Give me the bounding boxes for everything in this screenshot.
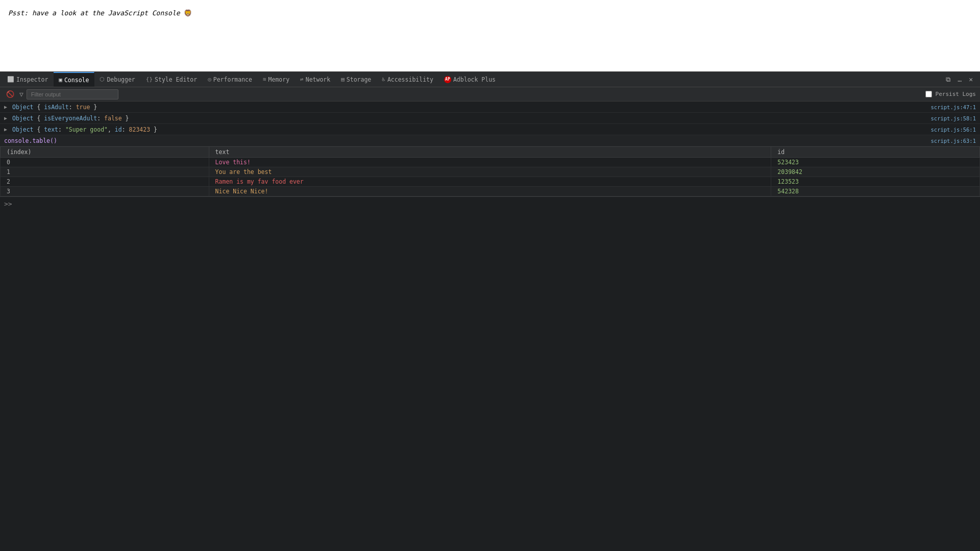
console-line-2: ▶ Object { isEveryoneAdult: false } scri… bbox=[0, 113, 980, 124]
tab-accessibility-label: Accessibility bbox=[387, 76, 433, 83]
tab-bar-controls: ⧉ … ✕ bbox=[944, 74, 978, 85]
table-cell-index-1: 1 bbox=[1, 167, 209, 177]
page-message-emoji: 🦁 bbox=[184, 9, 192, 17]
expand-arrow-3[interactable]: ▶ bbox=[4, 127, 7, 132]
table-row: 1You are the best2039842 bbox=[1, 167, 980, 177]
table-cell-id-1: 2039842 bbox=[771, 167, 980, 177]
tab-console[interactable]: ▣ Console bbox=[54, 72, 94, 87]
obj-prefix-2: Object bbox=[12, 115, 34, 122]
persist-logs-checkbox[interactable] bbox=[925, 91, 932, 97]
tab-inspector[interactable]: ⬜ Inspector bbox=[2, 72, 54, 87]
expand-arrow-2[interactable]: ▶ bbox=[4, 115, 7, 121]
tab-performance[interactable]: ◎ Performance bbox=[203, 72, 258, 87]
console-line-1: ▶ Object { isAdult: true } script.js:47:… bbox=[0, 102, 980, 113]
filter-input[interactable] bbox=[27, 89, 118, 99]
devtools-tab-bar: ⬜ Inspector ▣ Console ⬡ Debugger {} Styl… bbox=[0, 72, 980, 87]
tab-style-editor[interactable]: {} Style Editor bbox=[141, 72, 203, 87]
table-col-index: (index) bbox=[1, 147, 209, 158]
adblock-icon: AP bbox=[444, 76, 451, 83]
table-row: 2Ramen is my fav food ever123523 bbox=[1, 177, 980, 187]
page-message: Psst: have a look at the JavaScript Cons… bbox=[8, 9, 192, 17]
tab-memory[interactable]: ≋ Memory bbox=[258, 72, 295, 87]
style-editor-icon: {} bbox=[146, 76, 153, 83]
console-line-3-content: Object { text: "Super good", id: 823423 … bbox=[12, 126, 926, 133]
memory-icon: ≋ bbox=[263, 76, 266, 83]
accessibility-icon: ♿ bbox=[382, 76, 385, 83]
filter-icon: ▽ bbox=[19, 90, 23, 98]
table-cell-text-3: Nice Nice Nice! bbox=[209, 187, 771, 196]
table-cell-id-0: 523423 bbox=[771, 158, 980, 167]
console-line-3-file[interactable]: script.js:56:1 bbox=[926, 127, 976, 133]
console-line-2-file[interactable]: script.js:58:1 bbox=[926, 115, 976, 121]
table-col-id: id bbox=[771, 147, 980, 158]
toolbar-left: 🚫 ▽ bbox=[4, 89, 118, 99]
clear-console-button[interactable]: 🚫 bbox=[4, 89, 16, 99]
table-cell-text-2: Ramen is my fav food ever bbox=[209, 177, 771, 187]
table-col-text: text bbox=[209, 147, 771, 158]
table-cell-text-1: You are the best bbox=[209, 167, 771, 177]
inspector-icon: ⬜ bbox=[7, 76, 14, 83]
console-table-body: 0Love this!5234231You are the best203984… bbox=[1, 158, 980, 196]
console-line-2-content: Object { isEveryoneAdult: false } bbox=[12, 115, 926, 122]
table-cell-id-3: 542328 bbox=[771, 187, 980, 196]
storage-icon: ▤ bbox=[341, 76, 345, 83]
table-cell-id-2: 123523 bbox=[771, 177, 980, 187]
table-cell-text-0: Love this! bbox=[209, 158, 771, 167]
tab-performance-label: Performance bbox=[213, 76, 252, 83]
table-cell-index-2: 2 bbox=[1, 177, 209, 187]
console-table: (index) text id 0Love this!5234231You ar… bbox=[0, 146, 980, 196]
tab-memory-label: Memory bbox=[268, 76, 290, 83]
console-icon: ▣ bbox=[59, 77, 62, 83]
obj-prefix-3: Object bbox=[12, 126, 34, 133]
table-cell-index-0: 0 bbox=[1, 158, 209, 167]
obj-prefix-1: Object bbox=[12, 104, 34, 111]
tab-storage-label: Storage bbox=[347, 76, 371, 83]
tab-adblock[interactable]: AP Adblock Plus bbox=[439, 72, 501, 87]
console-input-line: >> bbox=[0, 196, 980, 211]
tab-inspector-label: Inspector bbox=[16, 76, 48, 83]
console-table-call-file[interactable]: script.js:63:1 bbox=[930, 138, 976, 144]
tab-accessibility[interactable]: ♿ Accessibility bbox=[377, 72, 439, 87]
console-line-1-content: Object { isAdult: true } bbox=[12, 104, 926, 111]
persist-logs-text: Persist Logs bbox=[936, 91, 976, 97]
table-header-row: (index) text id bbox=[1, 147, 980, 158]
persist-logs-label[interactable]: Persist Logs bbox=[925, 91, 976, 97]
tab-network-label: Network bbox=[306, 76, 330, 83]
network-icon: ⇌ bbox=[300, 76, 304, 83]
tab-debugger[interactable]: ⬡ Debugger bbox=[94, 72, 140, 87]
console-line-1-file[interactable]: script.js:47:1 bbox=[926, 104, 976, 110]
console-output: ▶ Object { isAdult: true } script.js:47:… bbox=[0, 102, 980, 551]
page-message-text: Psst: have a look at the JavaScript Cons… bbox=[8, 9, 180, 17]
expand-arrow-1[interactable]: ▶ bbox=[4, 104, 7, 110]
console-toolbar: 🚫 ▽ Persist Logs bbox=[0, 87, 980, 102]
table-row: 3Nice Nice Nice!542328 bbox=[1, 187, 980, 196]
performance-icon: ◎ bbox=[208, 76, 211, 83]
close-devtools-button[interactable]: ✕ bbox=[967, 74, 975, 84]
devtools-panel: ⬜ Inspector ▣ Console ⬡ Debugger {} Styl… bbox=[0, 71, 980, 551]
more-tools-button[interactable]: … bbox=[955, 74, 964, 84]
dock-button[interactable]: ⧉ bbox=[944, 74, 952, 85]
table-cell-index-3: 3 bbox=[1, 187, 209, 196]
console-table-call: console.table() script.js:63:1 bbox=[0, 135, 980, 146]
tab-console-label: Console bbox=[64, 77, 89, 84]
page-content: Psst: have a look at the JavaScript Cons… bbox=[0, 0, 980, 71]
tab-storage[interactable]: ▤ Storage bbox=[336, 72, 377, 87]
tab-network[interactable]: ⇌ Network bbox=[295, 72, 336, 87]
console-line-3: ▶ Object { text: "Super good", id: 82342… bbox=[0, 124, 980, 135]
table-row: 0Love this!523423 bbox=[1, 158, 980, 167]
debugger-icon: ⬡ bbox=[100, 76, 105, 83]
console-table-call-text: console.table() bbox=[4, 137, 57, 144]
tab-debugger-label: Debugger bbox=[107, 76, 135, 83]
input-prompt-icon: >> bbox=[4, 200, 12, 208]
tab-adblock-label: Adblock Plus bbox=[453, 76, 496, 83]
tab-style-editor-label: Style Editor bbox=[155, 76, 197, 83]
toolbar-right: Persist Logs bbox=[925, 91, 976, 97]
